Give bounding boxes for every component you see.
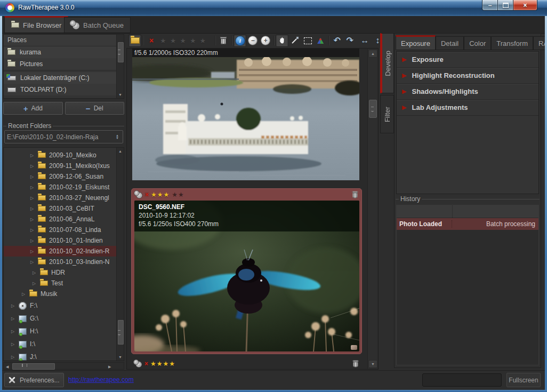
rotate-right-button[interactable]: ↷ xyxy=(343,34,356,47)
places-item-kurama[interactable]: kurama xyxy=(4,46,124,58)
tree-row[interactable]: ▷2010-03-27_Neuengl xyxy=(4,193,124,203)
crop-button[interactable] xyxy=(301,34,314,47)
rawtherapee-link[interactable]: http://rawtherapee.com xyxy=(68,376,134,383)
zoom-out-button[interactable]: − xyxy=(246,34,259,47)
scroll-left-icon[interactable]: ◀ xyxy=(6,365,9,369)
photo-lake-palace[interactable] xyxy=(132,57,359,180)
tab-detail[interactable]: Detail xyxy=(436,36,464,50)
minimize-button[interactable]: – xyxy=(482,0,498,11)
rating-stars-on[interactable]: ★★★ xyxy=(151,191,170,198)
combobox-spinner[interactable]: ▲▼ xyxy=(114,134,120,140)
tree-row[interactable]: ▷HDR xyxy=(4,267,124,278)
tree-row[interactable]: ▷2009-10_Mexiko xyxy=(4,150,124,161)
places-item-drive-c[interactable]: Lokaler Datenträger (C:) xyxy=(4,72,124,84)
scroll-up-icon[interactable]: ▲ xyxy=(118,149,122,153)
expander-icon[interactable]: ▷ xyxy=(29,153,35,158)
tree-row[interactable]: ▷2010-06_AnnaL xyxy=(4,214,124,225)
info-toggle-button[interactable]: i xyxy=(234,34,246,47)
tab-exposure[interactable]: Exposure xyxy=(396,35,436,50)
expander-icon[interactable]: ▷ xyxy=(29,164,35,169)
section-lab-adjustments[interactable]: ▶Lab Adjustments xyxy=(397,100,538,116)
tab-develop[interactable]: Develop xyxy=(380,33,394,93)
scroll-down-icon[interactable]: ▼ xyxy=(118,355,122,359)
expander-icon[interactable]: ▷ xyxy=(10,316,15,321)
scroll-right-icon[interactable]: ▶ xyxy=(108,365,111,369)
expander-icon[interactable]: ▷ xyxy=(29,217,35,222)
preferences-button[interactable]: Preferences... xyxy=(4,373,64,387)
recent-folders-combobox[interactable]: E:\Foto\2010-10_02-Indien-Raja ▲▼ xyxy=(4,130,123,143)
add-button[interactable]: +Add xyxy=(3,102,63,115)
tree-row[interactable]: ▷F:\ xyxy=(4,299,124,312)
rating-stars-filter[interactable]: ★★★★★ xyxy=(160,37,210,45)
tree-row[interactable]: ▷I:\ xyxy=(4,338,124,350)
history-row-selected[interactable]: Photo Loaded Batch processing xyxy=(397,218,538,230)
white-balance-picker-button[interactable] xyxy=(314,34,327,47)
title-bar[interactable]: RawTherapee 3.0.0 – × xyxy=(0,0,547,16)
thumbnail-item-selected[interactable]: × ★★★★★ xyxy=(131,188,362,354)
tree-row[interactable]: ▷J:\ xyxy=(4,350,124,361)
gears-icon[interactable] xyxy=(134,361,142,367)
places-scrollbar[interactable]: ▼ xyxy=(116,35,124,98)
tree-row[interactable]: ▷2010-02-19_Eiskunst xyxy=(4,182,124,193)
flip-horizontal-button[interactable]: ↔ xyxy=(358,34,371,47)
tree-row[interactable]: ▷2009-11_Mexiko(Ixus xyxy=(4,161,124,171)
tree-row[interactable]: ▷Test xyxy=(4,278,124,289)
maximize-button[interactable] xyxy=(498,0,513,11)
expander-icon[interactable]: ▷ xyxy=(29,249,35,254)
section-exposure[interactable]: ▶Exposure xyxy=(397,52,538,68)
zoom-in-button[interactable]: + xyxy=(259,34,272,47)
trash-icon[interactable] xyxy=(352,191,358,198)
trash-filter-button[interactable] xyxy=(217,34,230,47)
photo-bee[interactable]: DSC_9560.NEF 2010-10-9 12:17:02 f/5.6 1/… xyxy=(134,201,359,351)
tree-row[interactable]: ▷2010-10_03-Indien-N xyxy=(4,257,124,267)
unrate-button[interactable]: × xyxy=(145,34,158,47)
gears-icon[interactable] xyxy=(135,191,142,198)
section-shadows-highlights[interactable]: ▶Shadows/Highlights xyxy=(397,84,538,100)
scroll-up-button[interactable]: ▲ xyxy=(368,50,377,58)
expander-icon[interactable]: ▷ xyxy=(29,238,35,243)
expander-icon[interactable]: ▷ xyxy=(29,206,35,211)
fullscreen-button[interactable]: Fullscreen xyxy=(506,373,541,387)
del-button[interactable]: −Del xyxy=(65,102,125,115)
thumbnail-item[interactable]: f/5.6 1/2000s ISO320 220mm xyxy=(132,49,359,180)
rating-stars-off[interactable]: ★ xyxy=(178,360,184,367)
scroll-down-button[interactable]: ▼ xyxy=(368,360,377,368)
tree-row[interactable]: ▷G:\ xyxy=(4,312,124,325)
close-button[interactable]: × xyxy=(513,0,537,11)
expander-icon[interactable]: ▷ xyxy=(10,355,15,359)
expander-icon[interactable]: ▷ xyxy=(29,196,35,201)
thumbnail-item[interactable]: × ★★★★★ xyxy=(131,359,362,369)
expander-icon[interactable]: ▷ xyxy=(31,281,37,286)
expander-icon[interactable]: ▷ xyxy=(29,260,35,265)
tab-filter[interactable]: Filter xyxy=(380,95,394,133)
scrollbar-thumb[interactable] xyxy=(12,363,55,370)
tree-vertical-scrollbar[interactable]: ▲ ▼ xyxy=(116,148,124,361)
unrate-icon[interactable]: × xyxy=(145,191,149,198)
expander-icon[interactable]: ▷ xyxy=(29,185,35,190)
tree-row-selected[interactable]: ▷2010-10_02-Indien-R xyxy=(4,246,124,257)
tree-horizontal-scrollbar[interactable]: ◀ ▶ xyxy=(3,362,124,370)
expander-icon[interactable]: ▷ xyxy=(10,329,15,334)
expander-icon[interactable]: ▷ xyxy=(21,292,26,297)
tab-batch-queue[interactable]: Batch Queue xyxy=(64,17,131,33)
places-item-pictures[interactable]: Pictures xyxy=(4,58,124,70)
pan-hand-button[interactable] xyxy=(276,34,288,47)
trash-icon[interactable] xyxy=(353,361,359,367)
tree-row[interactable]: ▷2010-10_01-Indien xyxy=(4,235,124,246)
rotate-left-button[interactable]: ↶ xyxy=(331,34,343,47)
tab-raw[interactable]: RAW xyxy=(533,36,545,50)
open-folder-button[interactable] xyxy=(128,34,141,47)
expander-icon[interactable]: ▷ xyxy=(29,228,35,233)
tree-row[interactable]: ▷Musik xyxy=(4,289,124,299)
expander-icon[interactable]: ▷ xyxy=(10,342,15,347)
scroll-down-icon[interactable]: ▼ xyxy=(118,93,122,97)
rating-stars-off[interactable]: ★★ xyxy=(172,191,184,198)
tab-color[interactable]: Color xyxy=(464,36,491,50)
unrate-icon[interactable]: × xyxy=(144,360,148,367)
tree-row[interactable]: ▷2010-03_CeBIT xyxy=(4,203,124,214)
places-item-drive-d[interactable]: TOOLPART (D:) xyxy=(4,84,124,95)
tab-transform[interactable]: Transform xyxy=(491,36,533,50)
expander-icon[interactable]: ▷ xyxy=(29,174,35,179)
tree-row[interactable]: ▷2010-07-08_Linda xyxy=(4,225,124,235)
rating-stars-on[interactable]: ★★★★ xyxy=(150,360,175,367)
